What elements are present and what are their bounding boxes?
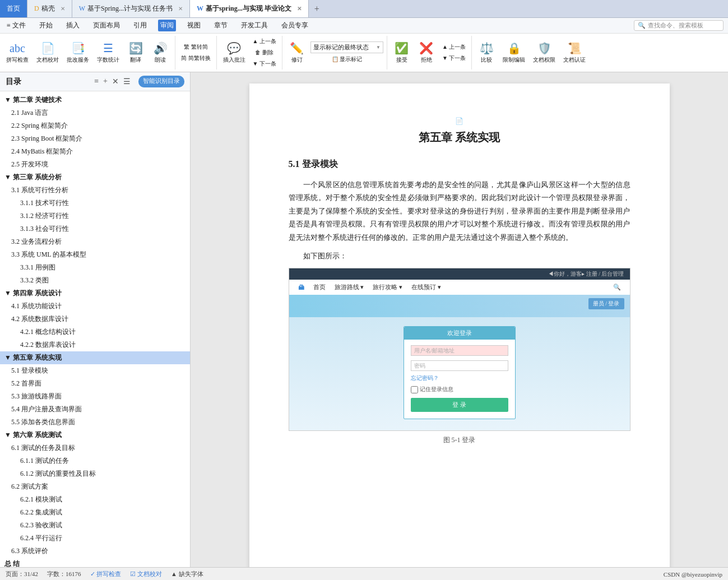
modify-button[interactable]: ✏️ 修订 [286,40,308,66]
toc-item-ch3[interactable]: ▼ 第三章 系统分析 [0,171,190,184]
toc-item-ch4[interactable]: ▼ 第四章 系统设计 [0,287,190,300]
toc-item-s41[interactable]: 4.1 系统功能设计 [0,300,190,313]
toc-item-s33[interactable]: 3.3 系统 UML 的基本模型 [0,248,190,261]
toc-item-s31[interactable]: 3.1 系统可行性分析 [0,184,190,197]
toc-item-s331[interactable]: 3.3.1 用例图 [0,261,190,274]
toc-item-s25[interactable]: 2.5 开发环境 [0,158,190,171]
content-area[interactable]: 📄 第五章 系统实现 5.1 登录模块 一个风景区的信息管理系统首先要考虑的是安… [191,72,728,567]
menu-review[interactable]: 审阅 [158,20,176,31]
toc-item-s22[interactable]: 2.2 Spring 框架简介 [0,119,190,132]
toc-item-s422[interactable]: 4.2.2 数据库表设计 [0,338,190,351]
toc-item-s54[interactable]: 5.4 用户注册及查询界面 [0,403,190,416]
tab-draft-label: 稿壳 [41,4,55,13]
toc-item-ch5[interactable]: ▼ 第五章 系统实现 [0,351,190,364]
show-markup-button[interactable]: 📋 显示标记 [310,54,383,64]
toc-item-s622[interactable]: 6.2.2 集成测试 [0,506,190,519]
toc-item-s24[interactable]: 2.4 MyBatis 框架简介 [0,145,190,158]
tab-home[interactable]: 首页 [0,0,27,17]
sidebar-add-icon[interactable]: + [102,76,109,87]
login-nav: 🏔 首页 旅游路线 ▾ 旅行攻略 ▾ 在线预订 ▾ 🔍 [289,280,630,295]
toc-item-s611[interactable]: 6.1.1 测试的任务 [0,454,190,467]
menu-dev[interactable]: 开发工具 [239,20,270,31]
prev-change-button[interactable]: ▲ 上一条 [440,42,468,52]
sidebar-close-icon[interactable]: ✕ [111,76,120,87]
prev-comment-button[interactable]: ▲ 上一条 [251,36,279,47]
login-password-input[interactable] [411,360,508,371]
toc-item-s51[interactable]: 5.1 登录模块 [0,364,190,377]
next-change-button[interactable]: ▼ 下一条 [440,53,468,63]
sidebar-nav-icon[interactable]: ≡ [93,76,100,87]
toc-item-s55[interactable]: 5.5 添加各类信息界面 [0,416,190,429]
toc-item-s62[interactable]: 6.2 测试方案 [0,480,190,493]
toc-item-s32[interactable]: 3.2 业务流程分析 [0,235,190,248]
toc-item-s23[interactable]: 2.3 Spring Boot 框架简介 [0,132,190,145]
simp-convert-button[interactable]: 简 简繁转换 [179,53,213,63]
toc-item-s52[interactable]: 5.2 首界面 [0,377,190,390]
delete-comment-button[interactable]: 🗑 删除 [251,48,279,58]
spell-check-status[interactable]: ✓ 拼写检查 [90,570,122,578]
accept-button[interactable]: ✅ 接受 [391,40,413,66]
toc-item-s21[interactable]: 2.1 Java 语言 [0,106,190,119]
menu-view[interactable]: 视图 [185,20,203,31]
toc-item-s313[interactable]: 3.1.3 社会可行性 [0,222,190,235]
reject-button[interactable]: ❌ 拒绝 [415,40,438,66]
spell-check-button[interactable]: abc 拼写检查 [3,40,31,66]
toc-item-s332[interactable]: 3.3.2 类图 [0,274,190,287]
missing-font-status[interactable]: ▲ 缺失字体 [171,570,203,578]
tab-add-button[interactable]: + [309,4,325,14]
tab-draft[interactable]: D 稿壳 ✕ [27,0,72,17]
toc-item-s421[interactable]: 4.2.1 概念结构设计 [0,326,190,338]
menu-file[interactable]: ≡ 文件 [4,20,28,31]
toc-item-s61[interactable]: 6.1 测试的任务及目标 [0,442,190,454]
toc-item-s53[interactable]: 5.3 旅游线路界面 [0,390,190,403]
toc-item-s623[interactable]: 6.2.3 验收测试 [0,519,190,532]
main-layout: 目录 ≡ + ✕ ☰ 智能识别目录 ▼ 第二章 关键技术2.1 Java 语言2… [0,72,728,567]
batch-button[interactable]: 📑 批改服务 [64,40,92,66]
compare-button[interactable]: ⚖️ 比较 [475,40,498,66]
menu-chapter[interactable]: 章节 [212,20,230,31]
read-icon: 🔊 [154,41,168,55]
toc-item-s621[interactable]: 6.2.1 模块测试 [0,493,190,506]
menu-reference[interactable]: 引用 [131,20,149,31]
menu-insert[interactable]: 插入 [64,20,82,31]
doc-cert-button[interactable]: 📜 文档认证 [560,40,588,66]
menu-home[interactable]: 开始 [37,20,55,31]
toc-item-s312[interactable]: 3.1.2 经济可行性 [0,210,190,222]
login-submit-button[interactable]: 登 录 [411,398,508,412]
search-box[interactable]: 🔍 查找命令、搜索模板 [634,20,724,31]
toc-item-conclusion[interactable]: 总 结 [0,558,190,567]
read-button[interactable]: 🔊 朗读 [149,40,171,66]
smart-toc-button[interactable]: 智能识别目录 [138,76,184,87]
modify-label: 修订 [291,56,303,64]
menu-layout[interactable]: 页面布局 [91,20,122,31]
doc-rights-icon: 🛡️ [537,41,551,55]
tab-draft-close[interactable]: ✕ [61,6,65,12]
menu-vip[interactable]: 会员专享 [279,20,310,31]
tab-task-close[interactable]: ✕ [178,6,183,12]
login-forgot-link[interactable]: 忘记密码？ [411,374,508,382]
tab-thesis[interactable]: W 基于spring...与实现 毕业论文 ✕ [190,0,309,17]
login-remember-checkbox[interactable] [411,386,418,393]
toc-item-s42[interactable]: 4.2 系统数据库设计 [0,313,190,326]
toc-item-s311[interactable]: 3.1.1 技术可行性 [0,197,190,210]
insert-comment-button[interactable]: 💬 插入批注 [220,40,248,66]
toc-item-ch6[interactable]: ▼ 第六章 系统测试 [0,429,190,442]
show-markup-dropdown[interactable]: 显示标记的最终状态 ▼ [310,41,383,53]
toc-item-s624[interactable]: 6.2.4 平行运行 [0,532,190,545]
toc-item-s612[interactable]: 6.1.2 测试的重要性及目标 [0,467,190,480]
next-comment-button[interactable]: ▼ 下一条 [251,59,279,69]
toc-item-s63[interactable]: 6.3 系统评价 [0,545,190,558]
translate-button[interactable]: 🔄 翻译 [124,40,147,66]
toc-item-ch2[interactable]: ▼ 第二章 关键技术 [0,94,190,106]
trad-to-simp-button[interactable]: 繁 繁转简 [179,42,213,52]
tab-thesis-close[interactable]: ✕ [297,6,302,12]
doc-rights-button[interactable]: 🛡️ 文档权限 [530,40,558,66]
login-remember-check[interactable]: 记住登录信息 [411,386,508,393]
restrict-edit-button[interactable]: 🔒 限制编辑 [500,40,528,66]
doc-compare-status[interactable]: ☑ 文档校对 [130,570,162,578]
sidebar-settings-icon[interactable]: ☰ [122,76,132,87]
word-count-button[interactable]: ☰ 字数统计 [94,40,122,66]
tab-task[interactable]: W 基于Spring...计与实现 任务书 ✕ [72,0,190,17]
doc-compare-button[interactable]: 📄 文档校对 [34,40,62,66]
batch-label: 批改服务 [67,56,89,64]
